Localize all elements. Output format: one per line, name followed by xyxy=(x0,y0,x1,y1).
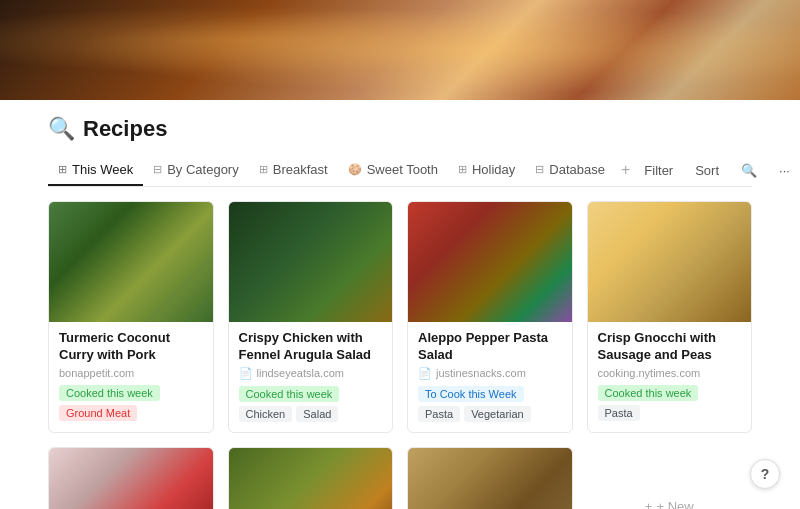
tab-this-week-icon: ⊞ xyxy=(58,163,67,176)
add-new-label: + New xyxy=(656,499,693,509)
page-header: 🔍 Recipes xyxy=(48,116,752,142)
recipe-tags-crispy: Cooked this week Chicken Salad xyxy=(239,386,383,422)
tab-database[interactable]: ⊟ Database xyxy=(525,155,615,186)
source-doc-icon-aleppo: 📄 xyxy=(418,367,432,380)
tab-sweet-tooth[interactable]: 🍪 Sweet Tooth xyxy=(338,155,448,186)
recipe-source-aleppo: 📄 justinesnacks.com xyxy=(418,367,562,380)
recipe-title-crispy: Crispy Chicken with Fennel Arugula Salad xyxy=(239,330,383,364)
recipe-image-spicy xyxy=(229,448,393,509)
tab-breakfast-icon: ⊞ xyxy=(259,163,268,176)
recipe-source-gnocchi: cooking.nytimes.com xyxy=(598,367,742,379)
tab-sweet-tooth-label: Sweet Tooth xyxy=(367,162,438,177)
tabs-left: ⊞ This Week ⊟ By Category ⊞ Breakfast 🍪 … xyxy=(48,154,636,186)
recipe-card-turmeric[interactable]: Turmeric Coconut Curry with Pork bonappe… xyxy=(48,201,214,433)
page-content: 🔍 Recipes ⊞ This Week ⊟ By Category ⊞ Br… xyxy=(0,100,800,509)
recipe-card-bass[interactable]: Black Bass with Preserved Lemon-Pistachi… xyxy=(407,447,573,509)
recipe-tags-gnocchi: Cooked this week Pasta xyxy=(598,385,742,421)
recipe-tags-turmeric: Cooked this week Ground Meat xyxy=(59,385,203,421)
tab-by-category-label: By Category xyxy=(167,162,239,177)
add-new-icon: + xyxy=(645,499,653,509)
tag-cooked-week-gnocchi[interactable]: Cooked this week xyxy=(598,385,699,401)
recipe-card-aleppo[interactable]: Aleppo Pepper Pasta Salad 📄 justinesnack… xyxy=(407,201,573,433)
tag-cooked-week[interactable]: Cooked this week xyxy=(59,385,160,401)
recipe-title-aleppo: Aleppo Pepper Pasta Salad xyxy=(418,330,562,364)
tab-holiday-label: Holiday xyxy=(472,162,515,177)
sort-button[interactable]: Sort xyxy=(687,159,727,182)
tag-pasta-gnocchi[interactable]: Pasta xyxy=(598,405,640,421)
recipe-image-gnocchi xyxy=(588,202,752,322)
tab-breakfast-label: Breakfast xyxy=(273,162,328,177)
tab-database-label: Database xyxy=(549,162,605,177)
recipe-info-gnocchi: Crisp Gnocchi with Sausage and Peas cook… xyxy=(588,322,752,431)
recipe-source-crispy: 📄 lindseyeatsla.com xyxy=(239,367,383,380)
help-button[interactable]: ? xyxy=(750,459,780,489)
tab-database-icon: ⊟ xyxy=(535,163,544,176)
recipe-source-turmeric: bonappetit.com xyxy=(59,367,203,379)
page-title: Recipes xyxy=(83,116,167,142)
add-tab-button[interactable]: + xyxy=(615,154,636,186)
source-doc-icon: 📄 xyxy=(239,367,253,380)
tab-holiday[interactable]: ⊞ Holiday xyxy=(448,155,525,186)
recipe-title-turmeric: Turmeric Coconut Curry with Pork xyxy=(59,330,203,364)
recipes-grid: Turmeric Coconut Curry with Pork bonappe… xyxy=(48,201,752,509)
tag-pasta[interactable]: Pasta xyxy=(418,406,460,422)
tabs-right: Filter Sort 🔍 ··· New ▾ xyxy=(636,158,800,183)
tab-holiday-icon: ⊞ xyxy=(458,163,467,176)
more-options-button[interactable]: ··· xyxy=(771,159,798,182)
recipe-title-gnocchi: Crisp Gnocchi with Sausage and Peas xyxy=(598,330,742,364)
recipe-image-raspberry xyxy=(49,448,213,509)
tab-this-week[interactable]: ⊞ This Week xyxy=(48,155,143,186)
recipe-image-turmeric xyxy=(49,202,213,322)
tag-vegetarian[interactable]: Vegetarian xyxy=(464,406,531,422)
filter-button[interactable]: Filter xyxy=(636,159,681,182)
recipe-image-aleppo xyxy=(408,202,572,322)
recipe-card-spicy[interactable]: Spicy Coconut Grilled Chicken Thighs 📄 xyxy=(228,447,394,509)
hero-banner xyxy=(0,0,800,100)
tag-salad[interactable]: Salad xyxy=(296,406,338,422)
recipe-image-bass xyxy=(408,448,572,509)
tab-by-category-icon: ⊟ xyxy=(153,163,162,176)
recipe-info-crispy: Crispy Chicken with Fennel Arugula Salad… xyxy=(229,322,393,432)
tag-to-cook[interactable]: To Cook this Week xyxy=(418,386,524,402)
recipe-info-aleppo: Aleppo Pepper Pasta Salad 📄 justinesnack… xyxy=(408,322,572,432)
tab-sweet-tooth-icon: 🍪 xyxy=(348,163,362,176)
tag-cooked-week-crispy[interactable]: Cooked this week xyxy=(239,386,340,402)
tabs-toolbar: ⊞ This Week ⊟ By Category ⊞ Breakfast 🍪 … xyxy=(48,154,752,187)
search-button[interactable]: 🔍 xyxy=(733,159,765,182)
recipe-image-crispy xyxy=(229,202,393,322)
tag-ground-meat[interactable]: Ground Meat xyxy=(59,405,137,421)
recipe-card-raspberry[interactable]: Raspberry Almond Swirl Ice Cream bonappe… xyxy=(48,447,214,509)
page-title-icon: 🔍 xyxy=(48,116,75,142)
tab-this-week-label: This Week xyxy=(72,162,133,177)
recipe-tags-aleppo: To Cook this Week Pasta Vegetarian xyxy=(418,386,562,422)
recipe-card-gnocchi[interactable]: Crisp Gnocchi with Sausage and Peas cook… xyxy=(587,201,753,433)
tag-chicken[interactable]: Chicken xyxy=(239,406,293,422)
recipe-card-crispy[interactable]: Crispy Chicken with Fennel Arugula Salad… xyxy=(228,201,394,433)
add-new-card[interactable]: + + New xyxy=(587,447,753,509)
tab-by-category[interactable]: ⊟ By Category xyxy=(143,155,249,186)
tab-breakfast[interactable]: ⊞ Breakfast xyxy=(249,155,338,186)
recipe-info-turmeric: Turmeric Coconut Curry with Pork bonappe… xyxy=(49,322,213,431)
